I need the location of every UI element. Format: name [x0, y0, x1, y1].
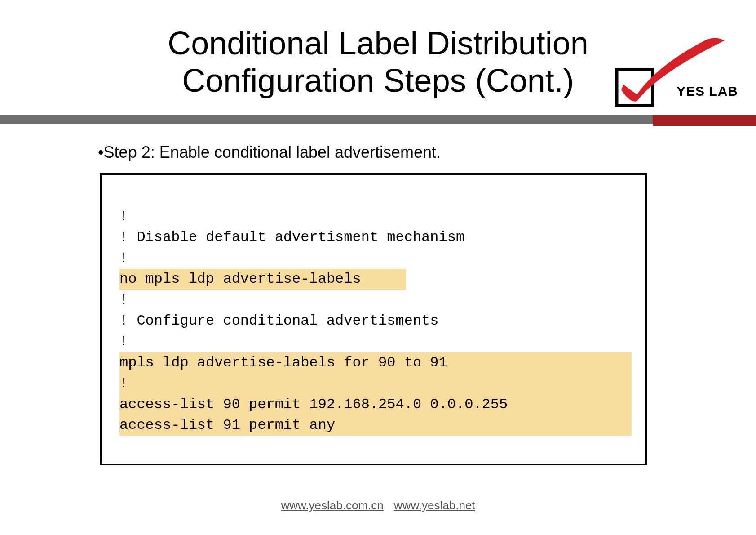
title-line-2: Configuration Steps (Cont.) [182, 62, 574, 98]
footer-links: www.yeslab.com.cn www.yeslab.net [0, 499, 756, 513]
divider-accent [653, 115, 756, 126]
footer-link-2[interactable]: www.yeslab.net [394, 499, 475, 512]
code-line: ! Disable default advertisment mechanism [119, 227, 632, 248]
yeslab-logo: YES LAB [603, 27, 738, 112]
logo-text: YES LAB [676, 84, 738, 99]
highlighted-code: mpls ldp advertise-labels for 90 to 91 [119, 352, 632, 373]
highlighted-code: ! [119, 373, 632, 394]
divider-bar [0, 115, 756, 124]
slide: Conditional Label Distribution Configura… [0, 0, 756, 535]
highlighted-code: access-list 91 permit any [119, 415, 632, 436]
code-box: !! Disable default advertisment mechanis… [100, 173, 647, 465]
code-line: ! [119, 206, 632, 227]
code-line: ! Configure conditional advertisments [119, 311, 632, 331]
code-line: no mpls ldp advertise-labels [119, 269, 632, 290]
highlighted-code: access-list 90 permit 192.168.254.0 0.0.… [119, 394, 632, 415]
footer-link-1[interactable]: www.yeslab.com.cn [281, 499, 383, 512]
checkmark-icon [603, 27, 738, 112]
code-line: ! [119, 290, 632, 311]
highlighted-code: no mpls ldp advertise-labels [119, 269, 406, 290]
title-line-1: Conditional Label Distribution [168, 25, 588, 61]
code-line: ! [119, 331, 632, 352]
step-2-text: •Step 2: Enable conditional label advert… [98, 143, 441, 162]
code-line: ! [119, 248, 632, 269]
